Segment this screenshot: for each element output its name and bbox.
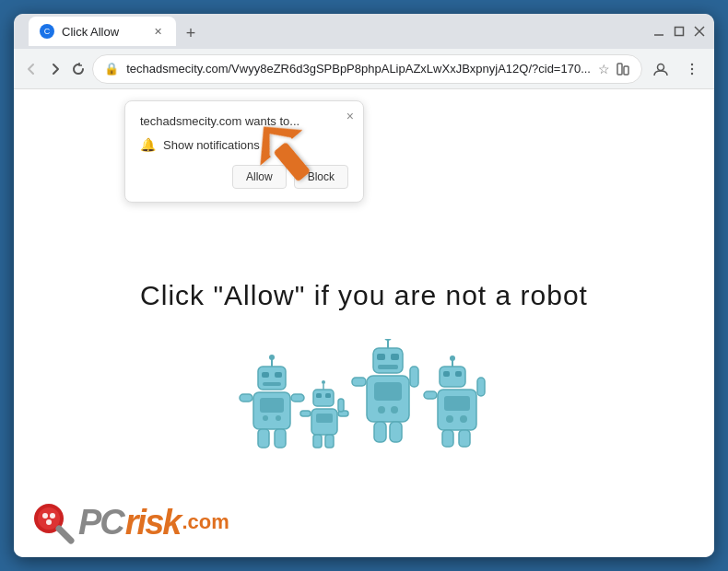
svg-rect-37 bbox=[325, 435, 334, 448]
svg-rect-61 bbox=[424, 391, 437, 399]
svg-point-69 bbox=[46, 519, 52, 525]
back-button[interactable] bbox=[21, 54, 41, 84]
pcrisk-magnifier-icon bbox=[29, 498, 76, 546]
svg-rect-63 bbox=[442, 430, 453, 447]
svg-rect-25 bbox=[275, 429, 286, 448]
svg-point-20 bbox=[263, 415, 268, 421]
bell-icon: 🔔 bbox=[140, 137, 156, 152]
pcrisk-dotcom-text: .com bbox=[182, 510, 229, 534]
svg-rect-43 bbox=[378, 365, 398, 369]
maximize-button[interactable] bbox=[672, 24, 687, 39]
svg-point-67 bbox=[42, 513, 48, 519]
menu-button[interactable] bbox=[677, 54, 707, 84]
svg-rect-24 bbox=[258, 429, 269, 448]
svg-point-14 bbox=[269, 355, 275, 360]
svg-rect-42 bbox=[391, 354, 399, 360]
svg-point-8 bbox=[691, 67, 693, 69]
captcha-text: Click "Allow" if you are not a robot bbox=[140, 280, 588, 311]
svg-point-40 bbox=[384, 339, 392, 341]
svg-point-68 bbox=[50, 513, 55, 519]
svg-rect-62 bbox=[477, 378, 485, 396]
robots-illustration bbox=[226, 339, 502, 459]
address-text: techadsmecity.com/Vwyy8eZR6d3gSPBpP8phpA… bbox=[126, 62, 591, 76]
svg-point-60 bbox=[460, 415, 467, 423]
svg-rect-51 bbox=[390, 422, 402, 442]
main-content: Click "Allow" if you are not a robot bbox=[14, 145, 714, 557]
svg-rect-36 bbox=[313, 435, 322, 448]
content-area: × techadsmecity.com wants to... 🔔 Show n… bbox=[14, 89, 714, 557]
svg-rect-33 bbox=[300, 411, 311, 416]
svg-rect-49 bbox=[410, 367, 418, 387]
svg-point-59 bbox=[446, 415, 453, 423]
tab-close-button[interactable]: ✕ bbox=[150, 24, 165, 39]
svg-point-7 bbox=[691, 63, 693, 64]
svg-rect-56 bbox=[455, 371, 462, 377]
share-icon[interactable] bbox=[616, 62, 630, 76]
minimize-button[interactable] bbox=[652, 24, 666, 39]
svg-point-47 bbox=[391, 406, 398, 414]
svg-rect-52 bbox=[440, 367, 465, 387]
svg-rect-17 bbox=[263, 382, 281, 386]
orange-arrow-icon bbox=[253, 117, 327, 200]
svg-point-6 bbox=[657, 64, 663, 70]
new-tab-button[interactable]: + bbox=[178, 20, 204, 46]
svg-rect-26 bbox=[313, 390, 334, 406]
svg-rect-23 bbox=[291, 394, 304, 402]
tab-favicon: C bbox=[40, 24, 54, 39]
pcrisk-logo: PC risk .com bbox=[29, 498, 229, 546]
svg-rect-32 bbox=[316, 414, 333, 423]
svg-point-21 bbox=[276, 415, 281, 421]
arrow-container bbox=[253, 117, 327, 204]
window-controls bbox=[652, 24, 707, 39]
title-bar: C Click Allow ✕ + bbox=[14, 14, 714, 49]
svg-point-9 bbox=[691, 72, 693, 74]
svg-point-28 bbox=[322, 380, 325, 384]
nav-actions bbox=[646, 54, 707, 84]
svg-rect-1 bbox=[675, 28, 684, 36]
refresh-button[interactable] bbox=[68, 54, 88, 84]
svg-rect-30 bbox=[325, 393, 331, 398]
active-tab[interactable]: C Click Allow ✕ bbox=[29, 17, 176, 46]
svg-rect-45 bbox=[374, 382, 402, 401]
notification-popup: × techadsmecity.com wants to... 🔔 Show n… bbox=[124, 100, 364, 203]
star-icon[interactable]: ☆ bbox=[598, 62, 610, 76]
svg-rect-19 bbox=[260, 398, 284, 413]
profile-button[interactable] bbox=[646, 54, 675, 84]
nav-bar: 🔒 techadsmecity.com/Vwyy8eZR6d3gSPBpP8ph… bbox=[14, 49, 714, 89]
svg-point-66 bbox=[38, 507, 60, 530]
popup-close-button[interactable]: × bbox=[346, 109, 354, 123]
tab-bar: C Click Allow ✕ + bbox=[21, 17, 652, 46]
svg-rect-16 bbox=[275, 372, 282, 378]
address-bar[interactable]: 🔒 techadsmecity.com/Vwyy8eZR6d3gSPBpP8ph… bbox=[92, 54, 642, 84]
svg-rect-4 bbox=[617, 64, 622, 75]
svg-rect-22 bbox=[240, 394, 252, 402]
svg-rect-48 bbox=[352, 378, 366, 386]
lock-icon: 🔒 bbox=[104, 62, 119, 76]
svg-rect-29 bbox=[316, 393, 322, 398]
svg-rect-12 bbox=[258, 367, 286, 390]
close-button[interactable] bbox=[692, 24, 707, 39]
popup-option-text: Show notifications bbox=[163, 138, 260, 152]
pcrisk-pc-text: PC bbox=[78, 503, 123, 542]
svg-rect-64 bbox=[459, 430, 470, 447]
address-icons: ☆ bbox=[598, 62, 630, 76]
svg-rect-41 bbox=[377, 354, 385, 360]
browser-window: C Click Allow ✕ + bbox=[14, 14, 714, 557]
svg-point-54 bbox=[450, 355, 455, 361]
svg-line-70 bbox=[59, 529, 71, 541]
pcrisk-risk-text: risk bbox=[125, 503, 181, 542]
svg-rect-35 bbox=[338, 399, 344, 412]
svg-rect-55 bbox=[443, 371, 450, 377]
svg-rect-58 bbox=[444, 396, 470, 411]
svg-rect-15 bbox=[262, 372, 269, 378]
svg-rect-5 bbox=[624, 66, 628, 75]
forward-button[interactable] bbox=[45, 54, 65, 84]
svg-rect-10 bbox=[273, 142, 311, 182]
tab-title: Click Allow bbox=[62, 25, 143, 39]
svg-rect-50 bbox=[374, 422, 386, 442]
svg-point-46 bbox=[378, 406, 385, 414]
